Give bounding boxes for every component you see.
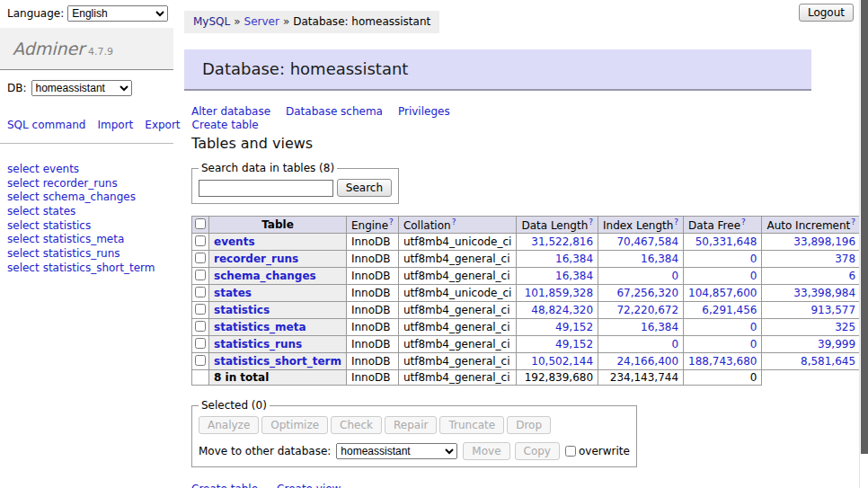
page-title: Database: homeassistant (184, 49, 811, 91)
cell-engine: InnoDB (346, 353, 398, 370)
language-label: Language: (7, 7, 64, 20)
row-checkbox[interactable] (195, 355, 206, 366)
select-link[interactable]: select (7, 233, 40, 245)
row-checkbox[interactable] (195, 304, 206, 315)
search-button[interactable]: Search (337, 179, 392, 197)
cell-auto_increment: 39,999 (762, 336, 861, 353)
cell-data_length: 31,522,816 (517, 234, 598, 251)
cell-collation: utf8mb4_general_ci (398, 302, 517, 319)
analyze-button: Analyze (199, 416, 259, 434)
language-row: Language:English (0, 0, 173, 26)
row-checkbox[interactable] (195, 321, 206, 332)
cell-data_free: 0 (684, 336, 762, 353)
table-name-link[interactable]: recorder_runs (214, 253, 298, 265)
table-name-link[interactable]: statistics_short_term (214, 355, 341, 368)
sidebar-table-name-link[interactable]: states (43, 205, 76, 217)
table-name-link[interactable]: statistics_runs (214, 338, 302, 350)
table-name-link[interactable]: statistics (214, 304, 270, 316)
breadcrumb-separator: » (283, 15, 289, 28)
row-checkbox[interactable] (195, 235, 206, 246)
database-schema-link[interactable]: Database schema (286, 105, 383, 118)
column-header-label: Data Length (521, 219, 588, 232)
select-link[interactable]: select (7, 177, 40, 190)
cell-data_length: 101,859,328 (517, 285, 598, 302)
row-checkbox[interactable] (195, 338, 206, 349)
export-link[interactable]: Export (145, 119, 180, 131)
select-link[interactable]: select (7, 247, 40, 260)
column-help-link[interactable]: ? (389, 217, 394, 226)
cell-auto_increment: 33,398,984 (762, 285, 861, 302)
sidebar-table-name-link[interactable]: statistics_short_term (43, 262, 155, 274)
sidebar-table-name-link[interactable]: recorder_runs (43, 177, 118, 190)
alter-database-link[interactable]: Alter database (191, 105, 270, 118)
row-checkbox[interactable] (195, 270, 206, 280)
main-content: MySQL»Server»Database: homeassistant Dat… (184, 0, 813, 488)
total-data_length: 192,839,680 (517, 370, 598, 386)
sidebar: Language:English Adminer4.7.9 DB:homeass… (0, 0, 173, 275)
column-help-link[interactable]: ? (851, 217, 855, 226)
table-name-link[interactable]: states (214, 287, 252, 299)
sidebar-table-item: selectstatistics (7, 219, 173, 233)
move-database-select[interactable]: homeassistant (336, 443, 457, 459)
cell-index_length: 24,166,400 (598, 353, 684, 370)
row-checkbox[interactable] (195, 287, 206, 297)
sidebar-table-name-link[interactable]: statistics (43, 219, 92, 232)
select-all-checkbox[interactable] (195, 218, 206, 229)
search-fieldset: Search data in tables (8) Search (191, 162, 399, 204)
cell-index_length: 67,256,320 (598, 285, 684, 302)
column-header: Engine? (346, 217, 398, 234)
column-help-link[interactable]: ? (452, 217, 456, 226)
create-view-link[interactable]: Create view (277, 483, 341, 488)
column-header-label: Engine (351, 219, 388, 232)
overwrite-checkbox[interactable] (565, 446, 576, 457)
cell-engine: InnoDB (346, 319, 398, 336)
sidebar-table-name-link[interactable]: events (43, 163, 79, 175)
table-row: statistics_metaInnoDButf8mb4_general_ci4… (192, 319, 868, 336)
sidebar-table-name-link[interactable]: statistics_runs (43, 247, 120, 260)
breadcrumb-mysql-link[interactable]: MySQL (193, 15, 230, 28)
language-select[interactable]: English (67, 5, 168, 22)
vertical-scrollbar[interactable] (859, 0, 868, 488)
scrollbar-thumb[interactable] (861, 0, 868, 454)
copy-button: Copy (515, 442, 560, 460)
db-select[interactable]: homeassistant (31, 80, 132, 96)
select-link[interactable]: select (7, 262, 40, 274)
cell-collation: utf8mb4_general_ci (398, 319, 517, 336)
column-help-link[interactable]: ? (589, 217, 593, 226)
cell-auto_increment: 913,577 (762, 302, 861, 319)
select-link[interactable]: select (7, 191, 40, 203)
table-row: statesInnoDButf8mb4_unicode_ci101,859,32… (192, 285, 868, 302)
breadcrumb-server-link[interactable]: Server (244, 15, 279, 28)
search-input[interactable] (199, 180, 333, 197)
column-help-link[interactable]: ? (674, 217, 678, 226)
cell-index_length: 0 (598, 336, 684, 353)
column-header: Auto Increment? (762, 217, 861, 234)
cell-collation: utf8mb4_general_ci (398, 336, 517, 353)
sidebar-table-name-link[interactable]: statistics_meta (43, 233, 125, 245)
row-checkbox[interactable] (195, 253, 206, 263)
import-link[interactable]: Import (97, 119, 133, 131)
total-engine: InnoDB (346, 370, 398, 386)
create-table-link[interactable]: Create table (191, 483, 258, 488)
select-link[interactable]: select (7, 205, 40, 217)
total-collation: utf8mb4_general_ci (398, 370, 517, 386)
cell-collation: utf8mb4_general_ci (398, 251, 517, 268)
sql-command-link[interactable]: SQL command (7, 119, 85, 131)
total-label: 8 in total (209, 370, 347, 386)
cell-index_length: 0 (598, 268, 684, 285)
select-link[interactable]: select (7, 219, 40, 232)
tables-and-views-heading: Tables and views (191, 135, 813, 152)
sidebar-table-name-link[interactable]: schema_changes (43, 191, 136, 203)
overwrite-label: overwrite (579, 445, 630, 457)
select-link[interactable]: select (7, 163, 40, 175)
table-name-link[interactable]: events (214, 235, 255, 248)
column-help-link[interactable]: ? (741, 217, 746, 226)
table-name-link[interactable]: schema_changes (214, 270, 316, 282)
privileges-link[interactable]: Privileges (398, 105, 450, 118)
table-name-link[interactable]: statistics_meta (214, 321, 306, 333)
tables-overview-table: TableEngine?Collation?Data Length?Index … (191, 216, 868, 386)
logout-button[interactable]: Logout (799, 4, 854, 22)
brand-version: 4.7.9 (88, 46, 113, 58)
cell-data_free: 104,857,600 (684, 285, 762, 302)
create-links-row: Create tableCreate view (191, 483, 813, 488)
